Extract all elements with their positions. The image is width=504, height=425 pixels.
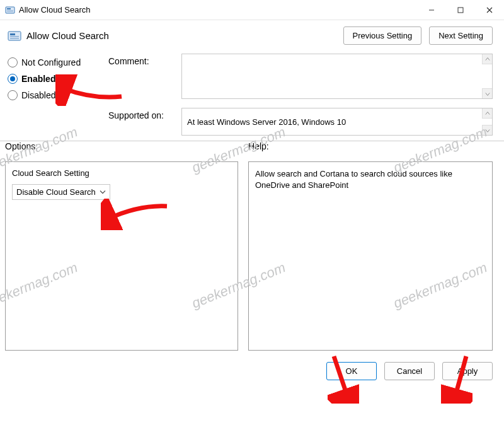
- policy-icon: [5, 5, 15, 15]
- state-radio-group: Not Configured Enabled Disabled: [8, 54, 108, 136]
- radio-label: Enabled: [21, 74, 55, 84]
- help-text: Allow search and Cortana to search cloud…: [255, 169, 452, 190]
- ok-button[interactable]: OK: [326, 362, 377, 380]
- radio-enabled[interactable]: Enabled: [8, 74, 108, 84]
- cancel-button[interactable]: Cancel: [384, 362, 435, 380]
- previous-setting-button[interactable]: Previous Setting: [343, 26, 422, 45]
- dialog-footer: OK Cancel Apply: [0, 357, 504, 385]
- supported-on-label: Supported on:: [108, 108, 178, 136]
- panes: Cloud Search Setting Disable Cloud Searc…: [0, 154, 504, 357]
- supported-on-box: At least Windows Server 2016, Windows 10: [181, 108, 493, 136]
- select-value: Disable Cloud Search: [16, 187, 96, 197]
- close-button[interactable]: [475, 0, 504, 20]
- help-pane: Allow search and Cortana to search cloud…: [248, 161, 493, 351]
- radio-label: Disabled: [21, 90, 55, 100]
- header-row: Allow Cloud Search Previous Setting Next…: [0, 20, 504, 51]
- scroll-down-icon[interactable]: [482, 88, 492, 98]
- config-area: Not Configured Enabled Disabled Comment:…: [0, 51, 504, 141]
- comment-textarea[interactable]: [181, 54, 493, 99]
- cloud-search-select[interactable]: Disable Cloud Search: [12, 184, 110, 200]
- svg-rect-2: [7, 10, 13, 11]
- next-setting-button[interactable]: Next Setting: [429, 26, 493, 45]
- policy-icon: [8, 29, 21, 43]
- titlebar: Allow Cloud Search: [0, 0, 504, 20]
- svg-rect-11: [10, 38, 19, 39]
- supported-on-value: At least Windows Server 2016, Windows 10: [187, 117, 346, 127]
- options-pane: Cloud Search Setting Disable Cloud Searc…: [5, 161, 238, 351]
- maximize-button[interactable]: [446, 0, 475, 20]
- apply-button[interactable]: Apply: [442, 362, 493, 380]
- window-title: Allow Cloud Search: [19, 5, 90, 15]
- options-label: Options:: [5, 141, 238, 151]
- policy-title: Allow Cloud Search: [26, 30, 109, 41]
- radio-not-configured[interactable]: Not Configured: [8, 57, 108, 67]
- svg-rect-9: [10, 33, 15, 35]
- radio-disabled[interactable]: Disabled: [8, 90, 108, 100]
- svg-rect-3: [7, 11, 13, 12]
- option-heading: Cloud Search Setting: [12, 168, 231, 178]
- minimize-button[interactable]: [417, 0, 446, 20]
- svg-rect-1: [7, 8, 11, 9]
- pane-labels: Options: Help:: [0, 141, 504, 154]
- window-controls: [417, 0, 504, 20]
- help-label: Help:: [248, 141, 269, 151]
- radio-label: Not Configured: [21, 57, 81, 67]
- scroll-up-icon[interactable]: [482, 108, 492, 119]
- scroll-up-icon[interactable]: [482, 54, 492, 64]
- scroll-down-icon[interactable]: [482, 125, 492, 135]
- chevron-down-icon: [100, 187, 106, 197]
- svg-rect-10: [10, 36, 19, 37]
- svg-rect-5: [458, 8, 463, 13]
- comment-label: Comment:: [108, 54, 178, 99]
